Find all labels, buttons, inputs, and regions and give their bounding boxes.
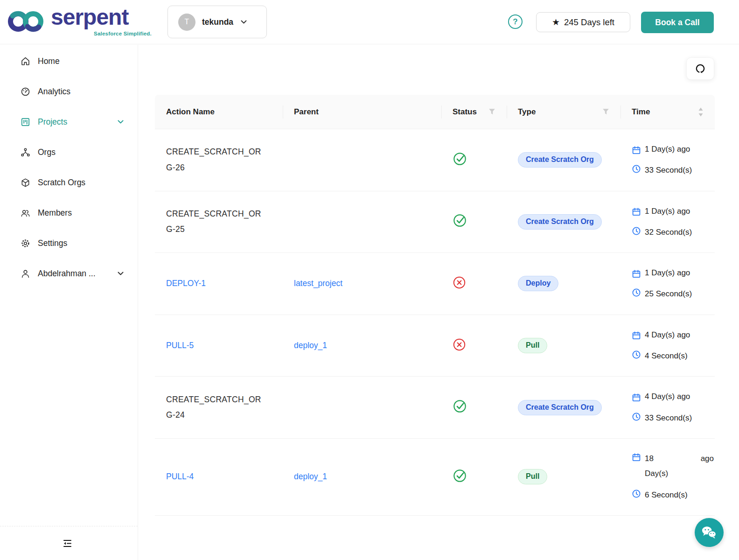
column-label: Action Name [166,107,215,117]
parent-cell: deploy_1 [283,472,441,482]
type-cell: Pull [507,338,620,353]
sidebar-nav: HomeAnalyticsProjectsOrgsScratch OrgsMem… [0,45,138,283]
action-name-link[interactable]: DEPLOY-1 [166,279,206,288]
top-bar: serpent Salesforce Simplified. T tekunda… [0,0,739,44]
status-success-icon [453,152,467,168]
type-badge: Pull [518,469,547,484]
status-cell [441,276,507,292]
sidebar-item-label: Analytics [38,87,70,97]
action-name-text: CREATE_SCRATCH_ORG-26 [166,144,266,175]
status-error-icon [453,276,466,292]
type-cell: Create Scratch Org [507,214,620,230]
time-duration: 25 Second(s) [632,287,715,301]
time-cell: 4 Day(s) ago33 Second(s) [620,389,715,426]
sidebar: HomeAnalyticsProjectsOrgsScratch OrgsMem… [0,45,138,560]
column-header-time[interactable]: Time [620,95,715,129]
type-cell: Pull [507,469,620,484]
action-name-link[interactable]: PULL-5 [166,341,194,350]
status-cell [441,213,507,230]
main-content: Action NameParentStatusTypeTime CREATE_S… [139,45,739,560]
home-icon [21,56,30,66]
table-row: CREATE_SCRATCH_ORG-26Create Scratch Org1… [155,129,715,191]
calendar-icon [632,207,641,217]
clock-icon [632,226,641,236]
days-left-badge[interactable]: ★ 245 Days left [536,12,630,32]
actions-table: Action NameParentStatusTypeTime CREATE_S… [155,95,715,516]
sidebar-item-members[interactable]: Members [0,203,138,222]
sidebar-item-abdelrahman[interactable]: Abdelrahman ... [0,264,138,283]
clock-icon [632,412,641,421]
time-cell: 1 Day(s) ago32 Second(s) [620,204,715,240]
table-body: CREATE_SCRATCH_ORG-26Create Scratch Org1… [155,129,715,516]
type-cell: Create Scratch Org [507,152,620,168]
parent-cell: latest_project [283,279,441,288]
status-cell [441,469,507,485]
table-row: PULL-5deploy_1Pull4 Day(s) ago4 Second(s… [155,315,715,377]
workspace-name: tekunda [202,17,233,27]
workspace-dropdown[interactable]: T tekunda [167,6,267,38]
sidebar-item-home[interactable]: Home [0,52,138,70]
days-left-label: 245 Days left [564,17,614,28]
book-a-call-button[interactable]: Book a Call [641,12,714,33]
action-name-text: CREATE_SCRATCH_ORG-24 [166,392,266,423]
star-icon: ★ [552,18,560,27]
action-name-cell: PULL-5 [155,341,283,350]
sidebar-item-label: Settings [38,238,67,248]
filter-icon[interactable] [602,108,609,115]
type-badge: Pull [518,338,547,353]
time-duration: 33 Second(s) [632,163,715,178]
user-icon [21,269,30,279]
time-duration: 33 Second(s) [632,411,715,426]
action-name-link[interactable]: PULL-4 [166,472,194,481]
refresh-button[interactable] [686,57,714,80]
column-label: Parent [294,107,319,117]
status-success-icon [453,399,467,416]
table-row: CREATE_SCRATCH_ORG-24Create Scratch Org4… [155,377,715,439]
status-cell [441,399,507,416]
time-day: 1 Day(s) ago [632,204,715,219]
action-name-cell: CREATE_SCRATCH_ORG-24 [155,392,283,423]
sidebar-item-orgs[interactable]: Orgs [0,143,138,161]
table-row: PULL-4deploy_1Pull18 Day(s)ago6 Second(s… [155,439,715,516]
sidebar-item-analytics[interactable]: Analytics [0,82,138,101]
sidebar-footer [0,526,138,560]
help-icon[interactable]: ? [508,14,523,29]
status-success-icon [453,469,467,485]
sidebar-item-settings[interactable]: Settings [0,234,138,252]
chevron-down-icon [118,272,124,275]
sidebar-item-label: Home [38,56,60,66]
time-duration: 4 Second(s) [632,349,715,364]
filter-icon[interactable] [488,108,495,115]
type-badge: Create Scratch Org [518,152,602,168]
gear-icon [21,238,30,248]
status-cell [441,338,507,354]
type-badge: Create Scratch Org [518,214,602,230]
action-name-cell: CREATE_SCRATCH_ORG-26 [155,144,283,175]
sidebar-item-label: Members [38,208,72,218]
table-row: DEPLOY-1latest_projectDeploy1 Day(s) ago… [155,253,715,315]
table-row: CREATE_SCRATCH_ORG-25Create Scratch Org1… [155,191,715,253]
menu-fold-icon[interactable] [62,538,73,549]
org-cluster-icon [21,147,30,157]
brand-logo: serpent Salesforce Simplified. [7,6,146,39]
status-cell [441,152,507,168]
sidebar-item-projects[interactable]: Projects [0,112,138,131]
column-header-parent: Parent [283,95,441,129]
sidebar-item-scratch-orgs[interactable]: Scratch Orgs [0,173,138,192]
calendar-icon [632,146,641,155]
sidebar-item-label: Orgs [38,147,56,157]
wechat-chat-button[interactable] [695,518,724,547]
parent-link[interactable]: latest_project [294,279,342,288]
clock-icon [632,489,641,498]
time-day: 1 Day(s) ago [632,142,715,157]
project-board-icon [21,117,30,127]
calendar-icon [632,453,641,462]
time-duration: 6 Second(s) [632,488,715,503]
parent-link[interactable]: deploy_1 [294,341,327,350]
clock-icon [632,164,641,174]
time-cell: 4 Day(s) ago4 Second(s) [620,328,715,364]
sorter-icon[interactable] [698,107,704,117]
status-success-icon [453,213,467,230]
time-cell: 1 Day(s) ago33 Second(s) [620,142,715,178]
parent-link[interactable]: deploy_1 [294,472,327,481]
